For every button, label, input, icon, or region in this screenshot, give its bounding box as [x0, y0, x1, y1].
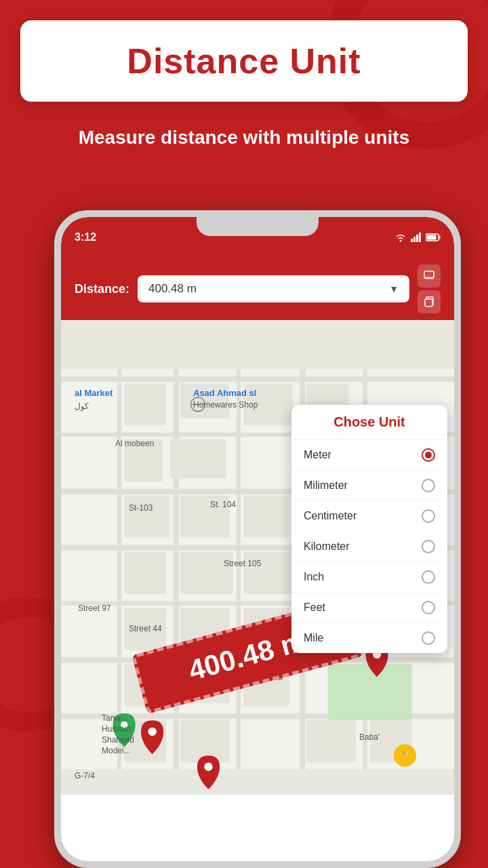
- wifi-icon: [394, 233, 407, 242]
- svg-rect-4: [419, 233, 421, 242]
- map-label-tanw: Tanw...: [102, 713, 127, 723]
- svg-point-59: [148, 728, 156, 736]
- battery-icon: [426, 233, 441, 241]
- svg-rect-36: [243, 496, 289, 538]
- map-label-al-market: al Market: [75, 388, 113, 398]
- svg-rect-49: [307, 720, 357, 762]
- phone-mockup: 3:12: [54, 210, 461, 868]
- subtitle: Measure distance with multiple units: [0, 125, 488, 150]
- svg-text:🍴: 🍴: [399, 750, 412, 762]
- svg-rect-31: [170, 439, 226, 478]
- signal-icon: [411, 233, 422, 242]
- svg-rect-28: [124, 383, 166, 425]
- map-label-shaheed: Shaheed: [102, 735, 134, 745]
- map-label-st104: St. 104: [210, 500, 236, 509]
- distance-dropdown[interactable]: 400.48 m ▼: [138, 275, 409, 302]
- status-time: 3:12: [75, 231, 96, 243]
- status-bar: 3:12: [61, 217, 454, 258]
- radio-centimeter[interactable]: [422, 509, 435, 523]
- svg-rect-7: [439, 236, 441, 239]
- unit-option-kilometer[interactable]: Kilometer: [291, 532, 447, 562]
- status-icons: [394, 233, 441, 242]
- unit-label-feet: Feet: [304, 601, 325, 614]
- map-label-street97: Street 97: [78, 604, 111, 613]
- map-label-al-mobeen: Al mobeen: [115, 439, 154, 448]
- svg-rect-25: [61, 320, 454, 370]
- svg-rect-2: [413, 237, 415, 242]
- unit-option-milimeter[interactable]: Milimeter: [291, 471, 447, 501]
- svg-rect-6: [427, 235, 436, 240]
- unit-label-meter: Meter: [304, 449, 331, 461]
- radio-inch[interactable]: [422, 570, 435, 584]
- svg-rect-34: [124, 496, 169, 538]
- radio-kilometer[interactable]: [422, 540, 435, 553]
- svg-rect-27: [328, 665, 412, 721]
- svg-rect-38: [124, 552, 166, 594]
- distance-bar: Distance: 400.48 m ▼: [61, 258, 454, 320]
- map-label-st103: St-103: [129, 503, 152, 513]
- svg-rect-10: [425, 299, 432, 307]
- map-label-kol: كول: [75, 401, 89, 411]
- chose-unit-panel: Chose Unit Meter Milimeter Centimeter: [291, 405, 447, 653]
- unit-label-kilometer: Kilometer: [304, 540, 350, 553]
- svg-point-0: [400, 240, 402, 242]
- unit-label-mile: Mile: [304, 632, 323, 644]
- unit-option-feet[interactable]: Feet: [291, 593, 447, 623]
- radio-meter[interactable]: [422, 448, 435, 462]
- page-title: Distance Unit: [47, 41, 441, 81]
- radio-milimeter[interactable]: [422, 479, 435, 492]
- distance-label: Distance:: [75, 282, 129, 296]
- map-label-asad: Asad Ahmad sl: [193, 388, 256, 398]
- unit-option-meter[interactable]: Meter: [291, 440, 447, 471]
- unit-label-centimeter: Centimeter: [304, 510, 357, 522]
- map-label-street105: Street 105: [224, 559, 261, 568]
- unit-option-inch[interactable]: Inch: [291, 562, 447, 593]
- map-label-g74: G-7/4: [75, 771, 95, 781]
- unit-option-centimeter[interactable]: Centimeter: [291, 501, 447, 532]
- radio-mile[interactable]: [422, 631, 435, 645]
- toolbar-icon-2[interactable]: [418, 290, 441, 313]
- distance-value: 400.48 m: [148, 282, 197, 296]
- unit-label-inch: Inch: [304, 571, 324, 583]
- map-label-model: Model...: [102, 746, 131, 755]
- svg-rect-21: [174, 320, 179, 795]
- title-card: Distance Unit: [20, 20, 468, 102]
- copy-icon: [423, 296, 435, 308]
- map-area: 🛍 🍴 al Market كول Al mobeen Asad Ahmad s…: [61, 320, 454, 795]
- svg-rect-1: [411, 239, 413, 242]
- map-label-hussain: Hussain: [102, 724, 131, 734]
- chevron-down-icon: ▼: [389, 283, 399, 294]
- map-label-homewares: Homewares Shop: [193, 400, 258, 410]
- phone-inner: 3:12: [61, 217, 454, 861]
- toolbar-icon-1[interactable]: [418, 264, 441, 288]
- chose-unit-title: Chose Unit: [291, 405, 447, 440]
- radio-feet[interactable]: [422, 601, 435, 614]
- toolbar-icons: [418, 264, 441, 313]
- svg-rect-3: [416, 235, 418, 242]
- notch: [197, 217, 319, 236]
- map-label-baba: Baba': [359, 732, 380, 742]
- svg-point-60: [204, 763, 212, 771]
- svg-rect-9: [424, 277, 434, 279]
- layers-icon: [423, 270, 435, 282]
- svg-rect-26: [61, 770, 454, 795]
- unit-label-milimeter: Milimeter: [304, 479, 348, 492]
- unit-option-mile[interactable]: Mile: [291, 623, 447, 653]
- map-label-street44: Street 44: [129, 624, 162, 633]
